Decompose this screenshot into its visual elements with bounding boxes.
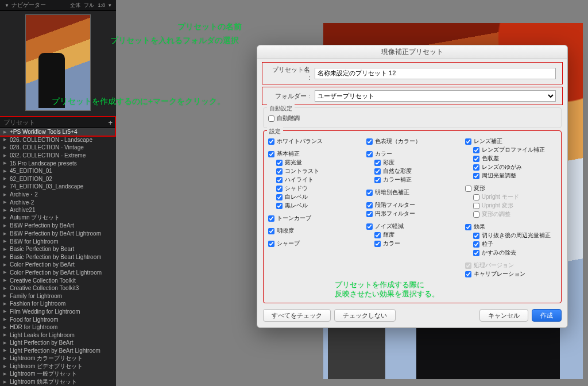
cb-noise[interactable]: ノイズ軽減: [366, 222, 458, 230]
triangle-right-icon: ▶: [3, 341, 6, 345]
cb-post-vignette[interactable]: 切り抜き後の周辺光量補正: [473, 231, 556, 240]
preset-folder-item[interactable]: ▶Light Leaks for Lightroom: [0, 331, 116, 339]
auto-settings-group: 自動設定 自動階調: [263, 107, 562, 128]
dialog-title: 現像補正プリセット: [257, 45, 567, 59]
navigator-header[interactable]: ▼ ナビゲーター 全体 フル 1:8 ▾: [0, 0, 116, 11]
check-none-button[interactable]: チェックしない: [334, 309, 396, 322]
preset-folder-item[interactable]: ▶B&W Perfection by BeArt Lightroom: [0, 230, 116, 238]
preset-folder-item[interactable]: ▶Creative Collection Toolkit: [0, 276, 116, 284]
check-all-button[interactable]: すべてをチェック: [263, 309, 331, 322]
preset-folder-item[interactable]: ▶Archive21: [0, 206, 116, 214]
cb-vibrance[interactable]: 自然な彩度: [374, 167, 458, 175]
preset-folder-item[interactable]: ▶028. COLLECTION - Vintage: [0, 144, 116, 152]
cb-split-toning[interactable]: 明暗別色補正: [366, 188, 458, 196]
preset-folder-row: フォルダー : ユーザープリセット: [263, 88, 562, 104]
cb-blacks[interactable]: 黒レベル: [276, 202, 359, 210]
nav-ratio[interactable]: 1:8: [98, 2, 105, 8]
cb-highlights[interactable]: ハイライト: [276, 176, 359, 184]
cb-chroma[interactable]: 色収差: [473, 155, 556, 163]
cb-luminance[interactable]: 輝度: [374, 231, 458, 239]
preset-folder-item[interactable]: ▶026. COLLECTION - Landscape: [0, 136, 116, 144]
triangle-right-icon: ▶: [3, 348, 6, 353]
cb-whites[interactable]: 白レベル: [276, 193, 359, 201]
preset-folder-item[interactable]: ▶45_EDITION_01: [0, 167, 116, 175]
nav-fill[interactable]: フル: [84, 2, 94, 9]
triangle-right-icon: ▶: [3, 356, 6, 361]
cb-calibration[interactable]: キャリブレーション: [465, 270, 556, 278]
triangle-right-icon: ▶: [3, 294, 6, 298]
preset-folder-item[interactable]: ▶Color Perfection by BeArt: [0, 261, 116, 269]
preset-folder-item[interactable]: ▶+PS Workflow Tools Lr5+4: [0, 128, 116, 136]
cb-contrast[interactable]: コントラスト: [276, 167, 359, 175]
cancel-button[interactable]: キャンセル: [479, 309, 528, 322]
auto-tone-checkbox[interactable]: 自動階調: [268, 114, 556, 122]
preset-folder-item[interactable]: ▶Archive-2: [0, 198, 116, 206]
preset-folder-item[interactable]: ▶Lightroom 効果プリセット: [0, 378, 116, 386]
cb-sharpen[interactable]: シャープ: [268, 240, 359, 248]
preset-folder-item[interactable]: ▶Light Perfection by BeArt Lightroom: [0, 347, 116, 355]
cb-basic[interactable]: 基本補正: [268, 150, 359, 158]
preset-list[interactable]: ▶+PS Workflow Tools Lr5+4▶026. COLLECTIO…: [0, 128, 116, 386]
preset-name-row: プリセット名 :: [263, 63, 562, 83]
preset-folder-item[interactable]: ▶Film Wedding for Lightroom: [0, 308, 116, 316]
cb-color[interactable]: カラー: [366, 150, 458, 158]
presets-header[interactable]: プリセット +: [0, 117, 116, 128]
preset-folder-item[interactable]: ▶HDR for Lightroom: [0, 323, 116, 331]
preset-folder-item[interactable]: ▶032. COLLECTION - Extreme: [0, 152, 116, 160]
cb-white-balance[interactable]: ホワイトバランス: [268, 137, 359, 145]
triangle-right-icon: ▶: [3, 380, 6, 384]
triangle-right-icon: ▶: [3, 239, 6, 244]
preset-folder-item[interactable]: ▶B&W Perfection by BeArt: [0, 222, 116, 230]
triangle-right-icon: ▶: [3, 200, 6, 204]
cb-color-adj[interactable]: カラー補正: [374, 176, 458, 184]
cb-tone-curve[interactable]: トーンカーブ: [268, 214, 359, 222]
nav-fit[interactable]: 全体: [70, 2, 80, 9]
preset-folder-item[interactable]: ▶Lightroom 一般プリセット: [0, 370, 116, 378]
cb-upright-mode[interactable]: Upright モード: [473, 193, 556, 201]
annotation-text: プリセットを作成するのに+マークをクリック。: [52, 96, 225, 107]
preset-folder-item[interactable]: ▶Basic Perfection by Beart Lightroom: [0, 253, 116, 261]
preset-folder-item[interactable]: ▶Lightroom カラープリセット: [0, 354, 116, 362]
chevron-down-icon[interactable]: ▾: [109, 2, 111, 8]
preset-folder-item[interactable]: ▶Light Perfection by BeArt: [0, 339, 116, 347]
preset-folder-item[interactable]: ▶74_EDITION_03_Landscape: [0, 183, 116, 191]
preset-folder-item[interactable]: ▶Food for Lightroom: [0, 315, 116, 323]
cb-upright-trans[interactable]: Upright 変形: [473, 202, 556, 210]
cb-grain[interactable]: 粒子: [473, 240, 556, 248]
cb-effects[interactable]: 効果: [465, 223, 556, 231]
preset-folder-item[interactable]: ▶Creative Collection Toolkit3: [0, 284, 116, 292]
cb-trans-adj[interactable]: 変形の調整: [473, 210, 556, 218]
preset-folder-item[interactable]: ▶Archive・2: [0, 191, 116, 199]
cb-treatment[interactable]: 色表現（カラー）: [366, 137, 458, 145]
preset-name-input[interactable]: [315, 68, 556, 79]
triangle-right-icon: ▶: [3, 176, 6, 181]
preset-folder-item[interactable]: ▶Autumn プリセット: [0, 214, 116, 222]
cb-shadows[interactable]: シャドウ: [276, 184, 359, 192]
preset-folder-item[interactable]: ▶Family for Lightroom: [0, 292, 116, 300]
cb-lens[interactable]: レンズ補正: [465, 137, 556, 145]
preset-folder-item[interactable]: ▶Color Perfection by BeArt Lightroom: [0, 269, 116, 277]
cb-exposure[interactable]: 露光量: [276, 159, 359, 167]
cb-saturation[interactable]: 彩度: [374, 159, 458, 167]
preset-folder-item[interactable]: ▶B&W for Lightroom: [0, 237, 116, 245]
cb-grad-filter[interactable]: 段階フィルター: [366, 201, 458, 209]
cb-dehaze[interactable]: かすみの除去: [473, 249, 556, 257]
preset-folder-item[interactable]: ▶Basic Perfection by Beart: [0, 245, 116, 253]
triangle-right-icon: ▶: [3, 254, 6, 259]
add-preset-button[interactable]: +: [108, 119, 113, 126]
preset-folder-item[interactable]: ▶Fashion for Lightroom: [0, 300, 116, 308]
cb-color-noise[interactable]: カラー: [374, 240, 458, 248]
triangle-right-icon: ▶: [3, 278, 6, 283]
cb-radial-filter[interactable]: 円形フィルター: [366, 210, 458, 218]
preset-folder-select[interactable]: ユーザープリセット: [315, 90, 556, 102]
preset-folder-item[interactable]: ▶15 Pro Landscape presets: [0, 159, 116, 167]
preset-folder-item[interactable]: ▶62_EDITION_02: [0, 175, 116, 183]
cb-transform[interactable]: 変形: [465, 184, 556, 192]
create-button[interactable]: 作成: [532, 309, 562, 322]
cb-vignette[interactable]: 周辺光量調整: [473, 172, 556, 180]
preset-folder-item[interactable]: ▶Lightroom ビデオプリセット: [0, 362, 116, 370]
cb-clarity[interactable]: 明瞭度: [268, 227, 359, 235]
cb-distortion[interactable]: レンズのゆがみ: [473, 163, 556, 171]
cb-lens-profile[interactable]: レンズプロファイル補正: [473, 146, 556, 154]
preset-folder-label: フォルダー :: [269, 92, 310, 101]
